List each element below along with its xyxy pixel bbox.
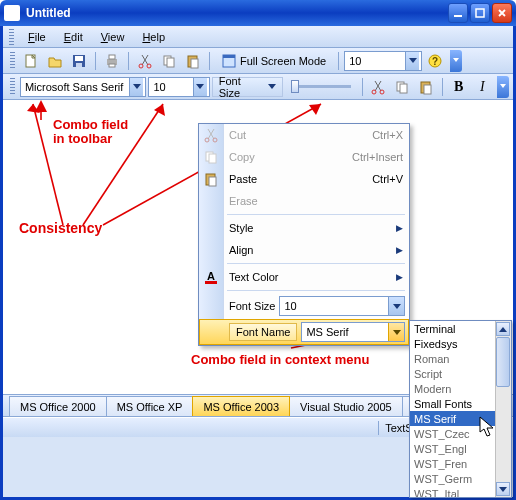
paste-icon — [203, 171, 219, 187]
ctx-paste-shortcut: Ctrl+V — [372, 173, 403, 185]
toolbar-overflow-button[interactable] — [497, 76, 509, 98]
svg-rect-24 — [424, 85, 431, 94]
font-size-slider[interactable] — [291, 85, 350, 88]
svg-rect-12 — [167, 58, 174, 67]
ctx-font-name-value: MS Serif — [302, 326, 388, 338]
ctx-paste[interactable]: Paste Ctrl+V — [199, 168, 409, 190]
minimize-button[interactable] — [448, 3, 468, 23]
ctx-font-name-row: Font Name MS Serif — [199, 319, 409, 345]
theme-tab[interactable]: MS Office XP — [106, 396, 194, 416]
annotation-ctx-combo: Combo field in context menu — [191, 352, 369, 367]
paste-button[interactable] — [182, 50, 204, 72]
ctx-font-size-combo[interactable]: 10 — [279, 296, 405, 316]
ctx-erase[interactable]: Erase — [199, 190, 409, 212]
annotation-toolbar-combo: Combo fieldin toolbar — [53, 118, 128, 146]
cut-button[interactable] — [134, 50, 156, 72]
font-size-combo[interactable]: 10 — [148, 77, 209, 97]
close-button[interactable] — [492, 3, 512, 23]
ctx-cut-label: Cut — [229, 129, 246, 141]
svg-point-30 — [205, 138, 209, 142]
open-file-button[interactable] — [44, 50, 66, 72]
font-size-label: Font Size — [219, 75, 265, 99]
svg-text:A: A — [207, 270, 215, 282]
dropdown-arrow-icon[interactable] — [388, 297, 404, 315]
ctx-style-label: Style — [229, 222, 253, 234]
copy-button-2[interactable] — [391, 76, 413, 98]
maximize-button[interactable] — [470, 3, 490, 23]
menu-edit[interactable]: EditEdit — [56, 29, 91, 45]
copy-button[interactable] — [158, 50, 180, 72]
svg-rect-35 — [209, 177, 216, 186]
svg-point-20 — [380, 90, 384, 94]
svg-text:?: ? — [432, 56, 438, 67]
menu-view[interactable]: ViewView — [93, 29, 133, 45]
svg-point-9 — [139, 64, 143, 68]
font-family-value: Microsoft Sans Serif — [25, 81, 127, 93]
toolbar-overflow-button[interactable] — [450, 50, 462, 72]
theme-tab[interactable]: MS Office 2003 — [192, 396, 290, 416]
separator — [442, 78, 443, 96]
bold-button[interactable]: B — [448, 76, 470, 98]
ctx-font-size-value: 10 — [280, 300, 388, 312]
scroll-down-button[interactable] — [496, 482, 510, 496]
ctx-copy[interactable]: Copy Ctrl+Insert — [199, 146, 409, 168]
ctx-style[interactable]: Style ▶ — [199, 217, 409, 239]
grip-icon[interactable] — [10, 52, 15, 70]
zoom-combo[interactable]: 10 — [344, 51, 422, 71]
dropdown-arrow-icon[interactable] — [129, 78, 143, 96]
ctx-font-name-combo[interactable]: MS Serif — [301, 322, 405, 342]
slider-thumb[interactable] — [291, 80, 299, 93]
svg-line-26 — [33, 104, 63, 225]
fullscreen-icon — [222, 54, 236, 68]
font-family-combo[interactable]: Microsoft Sans Serif — [20, 77, 146, 97]
font-size-label-button[interactable]: Font Size — [212, 77, 284, 97]
font-dropdown-list[interactable]: TerminalFixedsysRomanScriptModernSmall F… — [409, 320, 512, 498]
ctx-paste-label: Paste — [229, 173, 257, 185]
save-button[interactable] — [68, 50, 90, 72]
svg-line-27 — [83, 104, 163, 225]
ctx-text-color[interactable]: A Text Color ▶ — [199, 266, 409, 288]
scroll-thumb[interactable] — [496, 337, 510, 387]
full-screen-button[interactable]: Full Screen Mode — [215, 51, 333, 71]
menu-file[interactable]: FFileile — [20, 29, 54, 45]
cut-icon — [203, 127, 219, 143]
svg-rect-7 — [109, 55, 115, 59]
new-file-button[interactable] — [20, 50, 42, 72]
separator — [209, 52, 210, 70]
paste-button-2[interactable] — [415, 76, 437, 98]
print-button[interactable] — [101, 50, 123, 72]
svg-point-10 — [147, 64, 151, 68]
menu-help[interactable]: HelpHelp — [134, 29, 173, 45]
separator — [128, 52, 129, 70]
italic-button[interactable]: I — [471, 76, 493, 98]
ctx-separator — [227, 263, 405, 264]
formatting-toolbar: Microsoft Sans Serif 10 Font Size B I — [3, 74, 513, 100]
separator — [95, 52, 96, 70]
submenu-arrow-icon: ▶ — [396, 223, 403, 233]
copy-icon — [203, 149, 219, 165]
dropdown-arrow-icon[interactable] — [388, 323, 404, 341]
cut-button-2[interactable] — [368, 76, 390, 98]
standard-toolbar: Full Screen Mode 10 ? — [3, 48, 513, 74]
ctx-align-label: Align — [229, 244, 253, 256]
scrollbar[interactable] — [495, 321, 511, 497]
ctx-separator — [227, 290, 405, 291]
ctx-cut[interactable]: Cut Ctrl+X — [199, 124, 409, 146]
scroll-up-button[interactable] — [496, 322, 510, 336]
ctx-copy-shortcut: Ctrl+Insert — [352, 151, 403, 163]
ctx-copy-label: Copy — [229, 151, 255, 163]
svg-rect-37 — [205, 281, 217, 284]
dropdown-arrow-icon[interactable] — [193, 78, 207, 96]
svg-point-31 — [213, 138, 217, 142]
ctx-font-name-label: Font Name — [229, 323, 297, 341]
theme-tab[interactable]: Visual Studio 2005 — [289, 396, 403, 416]
help-button[interactable]: ? — [424, 50, 446, 72]
svg-rect-4 — [75, 56, 83, 61]
grip-icon[interactable] — [10, 78, 15, 96]
theme-tab[interactable]: MS Office 2000 — [9, 396, 107, 416]
ctx-align[interactable]: Align ▶ — [199, 239, 409, 261]
svg-rect-5 — [76, 63, 82, 67]
title-bar: Untitled — [0, 0, 516, 26]
dropdown-arrow-icon[interactable] — [405, 52, 419, 70]
svg-rect-16 — [223, 55, 235, 58]
